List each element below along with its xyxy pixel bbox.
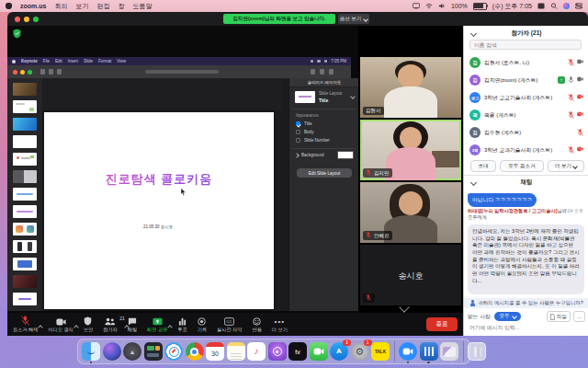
record-button[interactable]: 기록 — [198, 316, 207, 333]
apple-menu-icon[interactable] — [6, 3, 12, 9]
video-tile-1[interactable]: 김현서 — [360, 57, 461, 118]
participant-row[interactable]: 김 김현서 (호스트, 나) — [469, 55, 583, 70]
apple-tv-icon[interactable]: tv — [288, 342, 307, 361]
more-button[interactable]: ••• 더 보기 — [272, 316, 288, 333]
launchpad-icon[interactable]: ▲ — [123, 342, 141, 361]
podcasts-icon[interactable] — [268, 342, 287, 361]
calendar-icon[interactable]: 30 — [206, 342, 224, 361]
polls-button[interactable]: 투표 — [177, 316, 187, 333]
chat-message-input[interactable] — [468, 324, 587, 331]
menu-window[interactable]: 창 — [118, 2, 124, 11]
view-options-button[interactable]: 옵션 보기 — [338, 14, 369, 24]
slide-thumbnail[interactable] — [13, 258, 37, 270]
participant-row[interactable]: 3학 3학년 교과기술사회 (게스트) — [469, 143, 583, 157]
camera-off-icon — [577, 94, 583, 101]
zoom-window-button[interactable] — [33, 17, 39, 22]
slide-thumbnail[interactable] — [13, 275, 37, 288]
checkbox-body[interactable] — [296, 130, 300, 134]
chat-more-button[interactable]: ... — [573, 311, 585, 322]
chevron-down-icon[interactable] — [350, 94, 356, 99]
stop-video-button[interactable]: 비디오 중지 — [48, 316, 73, 333]
slide-thumbnail[interactable] — [13, 83, 37, 96]
finder-icon[interactable] — [82, 342, 100, 361]
menu-edit[interactable]: 편집 — [96, 2, 109, 11]
slide-thumbnail[interactable] — [13, 118, 37, 131]
slide-thumbnail[interactable] — [13, 205, 37, 218]
chevron-up-icon[interactable] — [39, 325, 44, 330]
checkbox-title[interactable] — [296, 121, 300, 126]
background-color-well[interactable] — [337, 151, 354, 159]
end-meeting-button[interactable]: 종료 — [426, 317, 458, 331]
recipient-select[interactable]: 모두 — [494, 312, 520, 321]
edit-slide-layout-button[interactable]: Edit Slide Layout — [297, 168, 352, 178]
chevron-up-icon[interactable] — [74, 325, 79, 330]
slide-thumbnail[interactable] — [13, 223, 37, 236]
menubar-clock[interactable]: (수) 오후 7:05 — [492, 2, 532, 11]
menu-meeting[interactable]: 회의 — [54, 2, 67, 11]
video-tile-2-active-speaker[interactable]: 김지연 — [360, 120, 461, 180]
app-store-icon[interactable]: A3 — [330, 342, 348, 361]
spotlight-search-icon[interactable] — [550, 3, 558, 9]
display-icon[interactable] — [413, 3, 420, 9]
zoom-app-icon[interactable] — [399, 342, 417, 361]
notes-icon[interactable] — [227, 342, 245, 361]
screen-mirroring-icon[interactable] — [537, 3, 545, 9]
keynote-slide-filmstrip[interactable] — [7, 78, 43, 311]
siri-icon[interactable] — [563, 3, 570, 9]
slide-thumbnail[interactable] — [13, 135, 37, 148]
close-window-button[interactable] — [15, 17, 20, 22]
live-transcript-button[interactable]: CC 실시간 자막 — [217, 316, 242, 333]
trash-icon[interactable] — [468, 342, 486, 361]
chat-privacy-notice[interactable]: 귀하의 메시지를 볼 수 있는 사람은 누구입니까? — [464, 298, 588, 308]
video-tile-3[interactable]: 안혜진 — [360, 182, 461, 243]
format-panel-tab[interactable]: 슬라이드 레이아웃 — [289, 78, 359, 87]
slide-thumbnail[interactable] — [13, 240, 37, 253]
participant-row[interactable]: 곽 곽용 (게스트) — [469, 108, 583, 122]
chevron-up-icon[interactable] — [167, 325, 173, 330]
invite-button[interactable]: 초대 — [470, 160, 496, 172]
menu-view[interactable]: 보기 — [75, 2, 88, 11]
checkbox-slide-number[interactable] — [296, 138, 300, 143]
slide-layout-value[interactable]: Title — [319, 98, 328, 103]
menubar-app-name[interactable]: zoom.us — [20, 3, 46, 9]
unmute-button[interactable]: 음소거 해제 — [13, 316, 38, 333]
reactions-button[interactable]: 반응 — [252, 316, 261, 333]
volume-icon[interactable] — [438, 3, 446, 9]
control-center-icon[interactable] — [575, 3, 582, 9]
security-button[interactable]: 보안 — [84, 316, 93, 333]
safari-icon[interactable] — [164, 342, 183, 361]
music-icon[interactable]: ♪ — [247, 342, 266, 361]
slide-thumbnail[interactable] — [13, 100, 37, 113]
mute-all-button[interactable]: 모두 음소거 — [500, 160, 544, 172]
participants-more-button[interactable]: 더 보기 — [548, 160, 584, 172]
share-screen-button[interactable]: 화면 공유 — [147, 316, 167, 333]
wifi-icon[interactable] — [425, 3, 433, 9]
security-shield-icon[interactable] — [13, 29, 21, 39]
participant-row[interactable]: 김 김수현 (게스트) — [469, 125, 583, 140]
participant-row[interactable]: 공고 3학년 고교기술사회 (게스트) — [469, 90, 583, 105]
mission-control-icon[interactable] — [144, 342, 163, 361]
participant-row[interactable]: 김 김지연(zoom) (게스트) ↑ — [469, 73, 583, 87]
chat-button[interactable]: 채팅 — [128, 316, 137, 333]
participant-search-input[interactable] — [469, 40, 582, 50]
minimized-window-thumbnail[interactable] — [440, 342, 458, 361]
system-preferences-icon[interactable]: ⚙1 — [351, 342, 369, 361]
video-tile-4-camera-off[interactable]: 송시호 — [360, 245, 461, 305]
dock-separator — [394, 341, 395, 362]
facetime-icon[interactable] — [310, 342, 328, 361]
chrome-icon[interactable] — [186, 342, 204, 361]
slide-thumbnail[interactable] — [13, 153, 37, 166]
disclosure-chevron-icon[interactable] — [294, 153, 300, 158]
slide-layout-thumbnail[interactable] — [295, 91, 315, 103]
siri-icon[interactable] — [103, 342, 121, 361]
kakaotalk-icon[interactable]: TALK — [371, 342, 390, 361]
slide-thumbnail[interactable] — [13, 293, 37, 305]
menu-help[interactable]: 도움말 — [132, 2, 152, 11]
participants-button[interactable]: 21 참가자 — [103, 316, 118, 333]
documents-app-icon[interactable] — [420, 342, 438, 361]
share-screen-icon — [153, 316, 163, 326]
attach-file-button[interactable]: 파일 — [547, 311, 571, 322]
minimize-window-button[interactable] — [24, 17, 29, 22]
slide-thumbnail[interactable] — [13, 188, 37, 201]
slide-thumbnail[interactable] — [13, 170, 37, 183]
